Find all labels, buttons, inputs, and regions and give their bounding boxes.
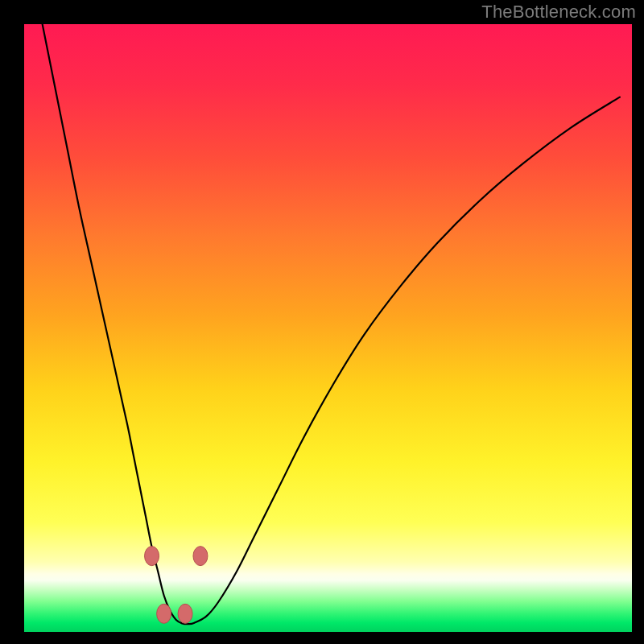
gradient-background [24,24,632,632]
outer-frame: TheBottleneck.com [0,0,644,644]
watermark-text: TheBottleneck.com [481,2,636,23]
plot-area [24,24,632,632]
highlight-dot [145,547,159,566]
highlight-dot [193,547,208,566]
chart-svg [24,24,632,632]
highlight-dot [178,604,192,623]
highlight-dot [157,604,171,623]
